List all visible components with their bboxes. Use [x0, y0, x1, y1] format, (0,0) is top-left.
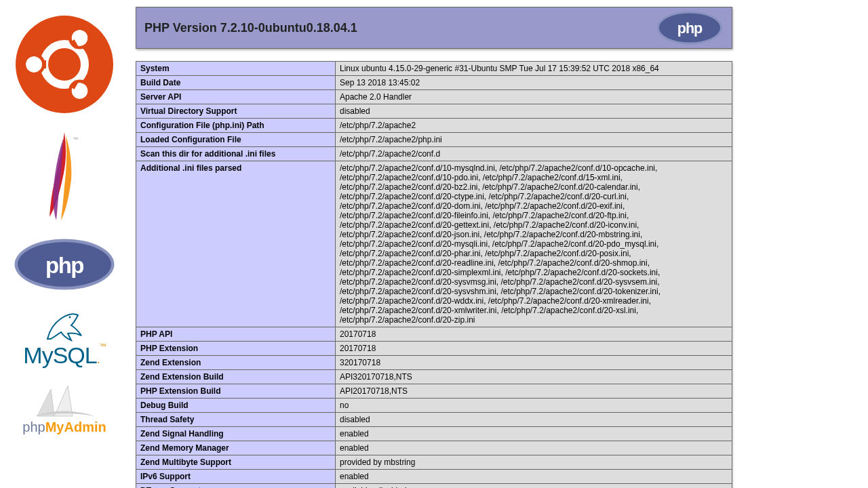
- mysql-text: MySQL: [23, 342, 96, 368]
- info-value: 20170718: [336, 327, 732, 342]
- svg-point-15: [69, 317, 71, 319]
- info-value: API20170718,NTS: [336, 384, 732, 399]
- info-value: /etc/php/7.2/apache2: [336, 119, 732, 133]
- pma-text-1: php: [22, 420, 45, 434]
- table-row: Thread Safetydisabled: [136, 413, 732, 427]
- info-key: Zend Extension Build: [136, 370, 336, 384]
- info-value: disabled: [336, 104, 732, 119]
- phpmyadmin-logo-icon: phpMyAdmin: [22, 382, 106, 435]
- sidebar-logos: ™ php MySQL.™ phpMyAdmin: [7, 14, 122, 435]
- info-key: System: [136, 62, 336, 76]
- table-row: IPv6 Supportenabled: [136, 470, 732, 484]
- info-value: enabled: [336, 470, 732, 484]
- table-row: PHP API20170718: [136, 327, 732, 342]
- info-key: PHP Extension Build: [136, 384, 336, 399]
- info-value: Linux ubuntu 4.15.0-29-generic #31-Ubunt…: [336, 62, 732, 76]
- pma-text-2: MyAdmin: [45, 420, 106, 434]
- php-logo-icon: php: [14, 237, 115, 291]
- table-row: Virtual Directory Supportdisabled: [136, 104, 732, 119]
- info-key: Server API: [136, 90, 336, 104]
- table-row: Debug Buildno: [136, 399, 732, 413]
- info-value: disabled: [336, 413, 732, 427]
- info-value: 320170718: [336, 356, 732, 370]
- info-key: Zend Extension: [136, 356, 336, 370]
- info-value: /etc/php/7.2/apache2/conf.d: [336, 147, 732, 161]
- table-row: Scan this dir for additional .ini files/…: [136, 147, 732, 161]
- info-value: /etc/php/7.2/apache2/php.ini: [336, 133, 732, 147]
- info-value: enabled: [336, 427, 732, 441]
- phpinfo-panel: PHP Version 7.2.10-0ubuntu0.18.04.1 php …: [136, 7, 732, 488]
- info-key: Zend Multibyte Support: [136, 455, 336, 470]
- svg-text:™: ™: [73, 136, 78, 142]
- table-row: PHP Extension20170718: [136, 342, 732, 356]
- info-value: provided by mbstring: [336, 455, 732, 470]
- info-key: Virtual Directory Support: [136, 104, 336, 119]
- info-key: Thread Safety: [136, 413, 336, 427]
- info-value: Apache 2.0 Handler: [336, 90, 732, 104]
- table-row: Zend Extension320170718: [136, 356, 732, 370]
- info-value: /etc/php/7.2/apache2/conf.d/10-mysqlnd.i…: [336, 161, 732, 327]
- info-value: API320170718,NTS: [336, 370, 732, 384]
- info-key: PHP API: [136, 327, 336, 342]
- php-version-title: PHP Version 7.2.10-0ubuntu0.18.04.1: [144, 21, 357, 35]
- table-row: Zend Multibyte Supportprovided by mbstri…: [136, 455, 732, 470]
- phpinfo-table: SystemLinux ubuntu 4.15.0-29-generic #31…: [136, 61, 732, 488]
- mysql-logo-icon: MySQL.™: [23, 305, 105, 369]
- table-row: Configuration File (php.ini) Path/etc/ph…: [136, 119, 732, 133]
- info-key: Additional .ini files parsed: [136, 161, 336, 327]
- info-key: Zend Memory Manager: [136, 441, 336, 455]
- table-row: PHP Extension BuildAPI20170718,NTS: [136, 384, 732, 399]
- svg-text:php: php: [45, 253, 83, 278]
- phpinfo-header: PHP Version 7.2.10-0ubuntu0.18.04.1 php: [136, 7, 732, 49]
- info-key: DTrace Support: [136, 484, 336, 489]
- info-value: no: [336, 399, 732, 413]
- svg-point-2: [26, 56, 42, 73]
- info-key: PHP Extension: [136, 342, 336, 356]
- table-row: Zend Memory Managerenabled: [136, 441, 732, 455]
- info-key: IPv6 Support: [136, 470, 336, 484]
- ubuntu-logo-icon: [14, 14, 115, 115]
- php-header-logo-icon: php: [656, 10, 724, 45]
- info-key: Build Date: [136, 76, 336, 90]
- table-row: DTrace Supportavailable, disabled: [136, 484, 732, 489]
- info-key: Loaded Configuration File: [136, 133, 336, 147]
- table-row: Zend Signal Handlingenabled: [136, 427, 732, 441]
- svg-rect-8: [42, 60, 46, 68]
- info-value: Sep 13 2018 13:45:02: [336, 76, 732, 90]
- info-value: available, disabled: [336, 484, 732, 489]
- info-key: Debug Build: [136, 399, 336, 413]
- table-row: Additional .ini files parsed/etc/php/7.2…: [136, 161, 732, 327]
- table-row: Loaded Configuration File/etc/php/7.2/ap…: [136, 133, 732, 147]
- table-row: Zend Extension BuildAPI320170718,NTS: [136, 370, 732, 384]
- info-value: enabled: [336, 441, 732, 455]
- info-key: Zend Signal Handling: [136, 427, 336, 441]
- info-value: 20170718: [336, 342, 732, 356]
- svg-text:php: php: [677, 20, 703, 37]
- info-key: Scan this dir for additional .ini files: [136, 147, 336, 161]
- table-row: Build DateSep 13 2018 13:45:02: [136, 76, 732, 90]
- table-row: Server APIApache 2.0 Handler: [136, 90, 732, 104]
- table-row: SystemLinux ubuntu 4.15.0-29-generic #31…: [136, 62, 732, 76]
- info-key: Configuration File (php.ini) Path: [136, 119, 336, 133]
- apache-logo-icon: ™: [34, 129, 95, 224]
